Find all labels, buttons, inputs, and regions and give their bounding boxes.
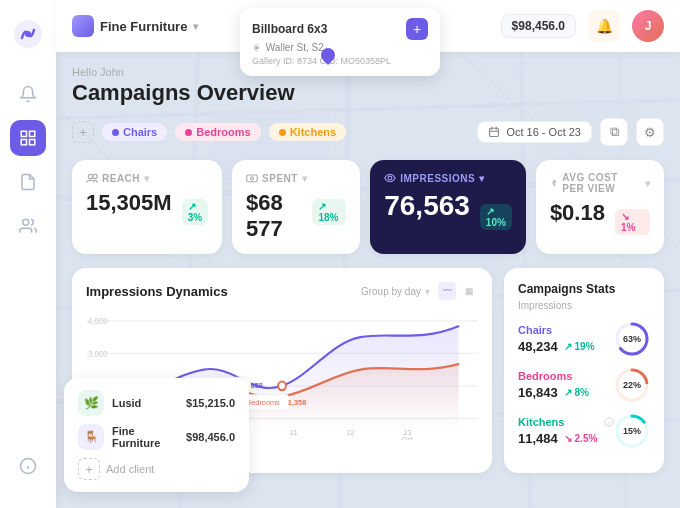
svg-text:Oct: Oct	[402, 435, 413, 440]
copy-icon-button[interactable]: ⧉	[600, 118, 628, 146]
bedrooms-pct-label: 22%	[623, 380, 641, 390]
chart-group-by[interactable]: Group by day ▾	[361, 286, 430, 297]
app-logo	[10, 16, 46, 52]
filter-row: + Chairs Bedrooms Kitchens Oct 16 - Oct …	[72, 118, 664, 146]
add-client-button[interactable]: + Add client	[78, 458, 235, 480]
svg-rect-20	[21, 131, 26, 136]
chairs-pct-label: 63%	[623, 334, 641, 344]
sidebar	[0, 0, 56, 508]
svg-text:21: 21	[290, 427, 298, 436]
sidebar-item-file[interactable]	[10, 164, 46, 200]
chairs-dot	[112, 129, 119, 136]
kitchens-pct-circle: 15%	[614, 413, 650, 449]
billboard-gallery: Gallery ID: 8734 GID: MO50358PL	[252, 56, 428, 66]
brand-chevron-icon: ▾	[193, 21, 198, 32]
user-avatar[interactable]: J	[632, 10, 664, 42]
sidebar-item-info[interactable]	[10, 448, 46, 484]
kitchens-stat-badge: ↘ 2.5%	[564, 433, 598, 444]
bedrooms-dot	[185, 129, 192, 136]
kitchens-stat-value: 11,484	[518, 431, 558, 446]
filter-tag-chairs[interactable]: Chairs	[102, 123, 167, 141]
chart-header: Impressions Dynamics Group by day ▾ 〰 ▦	[86, 282, 478, 300]
billboard-title: Billboard 6x3	[252, 22, 327, 36]
brand-name: Fine Furniture	[100, 19, 187, 34]
svg-text:1,358: 1,358	[288, 398, 307, 407]
stats-item-chairs: Chairs 48,234 ↗ 19% 63%	[518, 321, 650, 357]
stats-subtitle: Impressions	[518, 300, 650, 311]
map-marker	[318, 52, 338, 72]
notification-bell-icon[interactable]: 🔔	[588, 10, 620, 42]
svg-point-19	[25, 31, 31, 37]
svg-text:4,000: 4,000	[88, 317, 108, 326]
chairs-label: Chairs	[123, 126, 157, 138]
chairs-pct-circle: 63%	[614, 321, 650, 357]
sidebar-item-chart[interactable]	[10, 120, 46, 156]
svg-rect-34	[247, 175, 258, 182]
fine-furniture-amount: $98,456.0	[186, 431, 235, 443]
svg-text:858: 858	[251, 381, 264, 390]
bedrooms-pct-circle: 22%	[614, 367, 650, 403]
chart-bar-view-button[interactable]: ▦	[460, 282, 478, 300]
svg-point-36	[388, 176, 392, 180]
kitchens-stat-name: Kitchens	[518, 416, 564, 428]
svg-point-35	[251, 177, 254, 180]
svg-point-33	[93, 174, 98, 179]
billboard-add-button[interactable]: +	[406, 18, 428, 40]
reach-label: REACH ▾	[86, 172, 208, 184]
spent-icon	[246, 172, 258, 184]
brand-icon	[72, 15, 94, 37]
spent-label: SPENT ▾	[246, 172, 346, 184]
filter-tag-kitchens[interactable]: Kitchens	[269, 123, 346, 141]
lusid-name: Lusid	[112, 397, 178, 409]
fine-furniture-name: Fine Furniture	[112, 425, 178, 449]
reach-icon	[86, 172, 98, 184]
kitchens-label: Kitchens	[290, 126, 336, 138]
billboard-location: Waller St, S2	[252, 42, 428, 53]
date-range-picker[interactable]: Oct 16 - Oct 23	[477, 121, 592, 143]
kitchens-dot	[279, 129, 286, 136]
bedrooms-stat-badge: ↗ 8%	[564, 387, 589, 398]
impressions-icon	[384, 172, 396, 184]
metric-spent: SPENT ▾ $68 577 ↗ 18%	[232, 160, 360, 254]
date-range-text: Oct 16 - Oct 23	[506, 126, 581, 138]
stats-item-kitchens: Kitchens i 11,484 ↘ 2.5%	[518, 413, 650, 449]
avg-cost-label: AVG COST PER VIEW ▾	[550, 172, 650, 194]
settings-icon-button[interactable]: ⚙	[636, 118, 664, 146]
impressions-label: IMPRESSIONS ▾	[384, 172, 512, 184]
brand-selector[interactable]: Fine Furniture ▾	[72, 15, 198, 37]
kitchens-pct-label: 15%	[623, 426, 641, 436]
stats-title: Campaigns Stats	[518, 282, 650, 296]
add-client-icon: +	[78, 458, 100, 480]
lusid-icon: 🌿	[78, 390, 104, 416]
svg-rect-28	[490, 128, 499, 136]
spent-value: $68 577	[246, 190, 302, 242]
impressions-badge: ↗ 10%	[480, 204, 512, 230]
chairs-stat-value: 48,234	[518, 339, 558, 354]
sidebar-item-users[interactable]	[10, 208, 46, 244]
stats-item-bedrooms: Bedrooms 16,843 ↗ 8% 22%	[518, 367, 650, 403]
client-fine-furniture[interactable]: 🪑 Fine Furniture $98,456.0	[78, 424, 235, 450]
svg-point-24	[23, 219, 29, 225]
metric-avg-cost: AVG COST PER VIEW ▾ $0.18 ↘ 1%	[536, 160, 664, 254]
svg-text:3,000: 3,000	[88, 349, 108, 358]
reach-badge: ↗ 3%	[182, 199, 208, 225]
sidebar-item-bell[interactable]	[10, 76, 46, 112]
filter-tag-bedrooms[interactable]: Bedrooms	[175, 123, 260, 141]
filter-action-icons: ⧉ ⚙	[600, 118, 664, 146]
bedrooms-stat-value: 16,843	[518, 385, 558, 400]
chart-view-buttons: 〰 ▦	[438, 282, 478, 300]
svg-point-45	[278, 382, 286, 391]
reach-value: 15,305M	[86, 190, 172, 216]
spent-badge: ↗ 18%	[312, 199, 346, 225]
chart-title: Impressions Dynamics	[86, 284, 228, 299]
filter-add-button[interactable]: +	[72, 121, 94, 143]
avg-cost-badge: ↘ 1%	[615, 209, 650, 235]
lusid-amount: $15,215.0	[186, 397, 235, 409]
svg-rect-21	[30, 131, 35, 136]
svg-text:i: i	[608, 420, 609, 426]
client-panel: 🌿 Lusid $15,215.0 🪑 Fine Furniture $98,4…	[64, 378, 249, 492]
chart-line-view-button[interactable]: 〰	[438, 282, 456, 300]
svg-rect-23	[30, 140, 35, 145]
chairs-stat-name: Chairs	[518, 324, 552, 336]
client-lusid[interactable]: 🌿 Lusid $15,215.0	[78, 390, 235, 416]
